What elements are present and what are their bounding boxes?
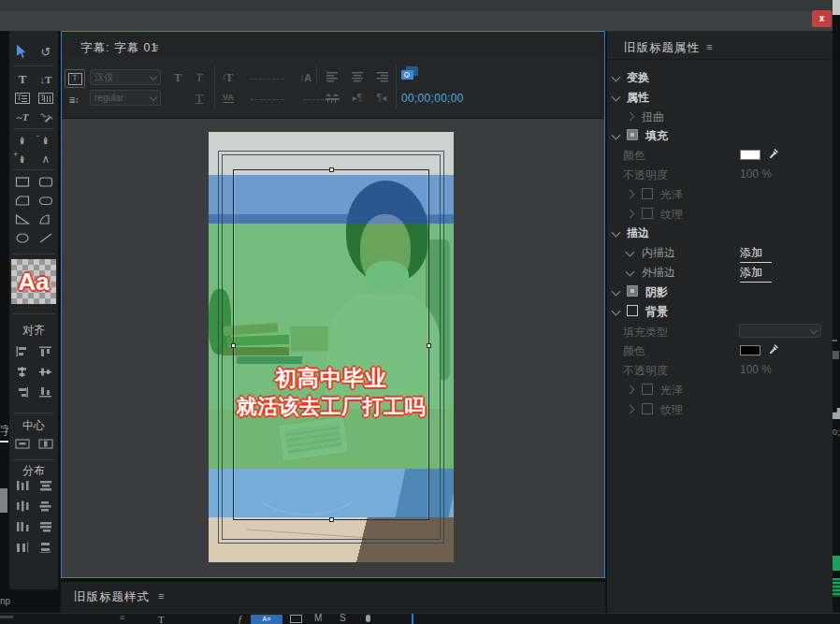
strip-mic-icon[interactable] xyxy=(366,615,370,622)
background-color-swatch[interactable] xyxy=(740,345,760,356)
center-vertical[interactable] xyxy=(35,435,57,452)
prop-row-properties[interactable]: 属性 xyxy=(607,88,833,106)
bg-sheen-checkbox[interactable] xyxy=(642,384,653,395)
prop-row-fill[interactable]: 填充 xyxy=(607,126,833,144)
selection-handle[interactable] xyxy=(427,343,431,348)
timecode-display[interactable]: 00;00;00;00 xyxy=(401,92,464,105)
align-center-button[interactable] xyxy=(348,69,367,84)
styles-panel-menu-icon[interactable]: ≡ xyxy=(158,590,164,602)
font-style-select[interactable]: regular xyxy=(90,90,161,106)
distribute-horizontal-right[interactable] xyxy=(11,518,34,535)
strip-caption-button[interactable]: A≡ xyxy=(251,615,282,624)
distribute-horizontal-even[interactable] xyxy=(11,539,34,556)
font-family-select[interactable]: 汉仪 xyxy=(90,69,161,85)
type-tool[interactable]: T xyxy=(11,71,34,88)
kerning-value[interactable]: -------- xyxy=(242,90,293,106)
style-preview-swatch[interactable]: Aa xyxy=(11,259,56,304)
fill-checkbox[interactable] xyxy=(627,129,638,140)
prop-row-fill-opacity: 不透明度100 % xyxy=(607,166,833,183)
prop-row-bg-sheen[interactable]: 光泽 xyxy=(607,381,833,399)
prop-row-fill-sheen[interactable]: 光泽 xyxy=(607,185,833,203)
pen-tool[interactable]: ✒ xyxy=(11,132,34,149)
selection-handle[interactable] xyxy=(329,517,334,522)
selection-tool[interactable] xyxy=(11,43,34,60)
align-horizontal-center[interactable] xyxy=(11,363,34,380)
eyedropper-icon[interactable] xyxy=(768,342,780,355)
new-title-button[interactable]: T xyxy=(65,69,85,88)
align-vertical-bottom[interactable] xyxy=(35,384,57,400)
show-background-video-button[interactable] xyxy=(401,66,420,82)
rotation-tool[interactable]: ↺ xyxy=(35,43,57,60)
distribute-vertical-top[interactable] xyxy=(35,477,57,494)
font-size-value[interactable]: -------- xyxy=(242,69,293,85)
distribute-vertical-even[interactable] xyxy=(35,539,57,556)
round-rectangle-tool[interactable] xyxy=(35,192,57,209)
add-outer-stroke-link[interactable]: 添加 xyxy=(740,265,772,283)
fill-opacity-value[interactable]: 100 % xyxy=(740,167,772,181)
add-anchor-tool[interactable]: +✒ xyxy=(11,151,34,167)
vertical-type-tool[interactable]: ↓T xyxy=(35,71,57,88)
align-right-button[interactable] xyxy=(372,69,391,84)
delete-anchor-tool[interactable]: -✒ xyxy=(35,132,57,149)
wedge-tool[interactable] xyxy=(11,210,34,227)
fill-type-select[interactable] xyxy=(739,324,821,338)
subtitle-text[interactable]: 初高中毕业 就活该去工厂打工吗 xyxy=(233,364,429,421)
distribute-vertical-bottom[interactable] xyxy=(35,518,57,535)
align-horizontal-left[interactable] xyxy=(11,342,34,359)
titler-panel-menu-icon[interactable]: ≡ xyxy=(152,41,158,52)
sheen-checkbox[interactable] xyxy=(642,188,653,199)
text-selection-box[interactable] xyxy=(233,169,429,520)
align-vertical-top[interactable] xyxy=(35,342,57,359)
convert-anchor-tool[interactable]: ∧ xyxy=(35,151,57,167)
prop-row-strokes[interactable]: 描边 xyxy=(607,224,833,241)
align-left-button[interactable] xyxy=(324,69,342,84)
vertical-area-type-tool[interactable]: T xyxy=(35,90,57,107)
dialog-titlebar[interactable] xyxy=(0,0,833,31)
rounded-rectangle-tool[interactable] xyxy=(35,173,57,190)
bold-button[interactable]: T xyxy=(169,69,186,85)
add-inner-stroke-link[interactable]: 添加 xyxy=(740,245,772,263)
center-horizontal[interactable] xyxy=(11,435,34,452)
strip-solo-button[interactable]: S xyxy=(340,613,346,623)
close-button[interactable]: x xyxy=(812,10,832,27)
roll-crawl-button[interactable]: ≣↕ xyxy=(65,92,83,109)
prop-row-distort[interactable]: 扭曲 xyxy=(607,108,833,125)
prop-row-bg-texture[interactable]: 纹理 xyxy=(607,400,833,418)
titler-canvas[interactable]: 初高中毕业 就活该去工厂打工吗 xyxy=(62,119,604,577)
distribute-horizontal-center[interactable] xyxy=(11,498,34,515)
paragraph-rtl-button[interactable]: ¶◂ xyxy=(372,90,391,105)
properties-panel-menu-icon[interactable]: ≡ xyxy=(706,41,712,52)
prop-row-background[interactable]: 背景 xyxy=(607,302,833,320)
selection-handle[interactable] xyxy=(231,343,236,348)
area-type-tool[interactable]: T xyxy=(11,90,34,107)
distribute-vertical-center[interactable] xyxy=(35,498,57,515)
rectangle-tool[interactable] xyxy=(11,173,34,190)
shadow-checkbox[interactable] xyxy=(627,285,638,297)
align-vertical-center[interactable] xyxy=(35,363,57,380)
paragraph-ltr-button[interactable]: ▸¶ xyxy=(348,90,367,105)
tab-stops-button[interactable] xyxy=(324,90,342,105)
bg-opacity-value[interactable]: 100 % xyxy=(740,363,772,376)
arc-tool[interactable] xyxy=(35,210,57,227)
selection-handle[interactable] xyxy=(329,167,334,172)
background-checkbox[interactable] xyxy=(627,305,638,316)
align-horizontal-right[interactable] xyxy=(11,384,34,400)
ellipse-tool[interactable] xyxy=(11,229,34,246)
prop-row-shadow[interactable]: 阴影 xyxy=(607,283,833,300)
bg-texture-checkbox[interactable] xyxy=(642,403,653,414)
clipped-corner-rectangle-tool[interactable] xyxy=(11,192,34,209)
line-tool[interactable] xyxy=(35,229,57,246)
underline-button[interactable]: T xyxy=(191,90,208,106)
prop-row-fill-texture[interactable]: 纹理 xyxy=(607,205,833,223)
texture-checkbox[interactable] xyxy=(642,208,653,219)
strip-mute-button[interactable]: M xyxy=(314,613,322,623)
eyedropper-icon[interactable] xyxy=(768,147,780,159)
distribute-horizontal-left[interactable] xyxy=(11,477,34,494)
fill-color-swatch[interactable] xyxy=(740,150,760,160)
path-type-tool[interactable]: ~T xyxy=(11,109,34,125)
prop-row-outer-strokes[interactable]: 外描边添加 xyxy=(607,263,833,281)
prop-row-transform[interactable]: 变换 xyxy=(607,68,833,86)
vertical-path-type-tool[interactable]: ~T xyxy=(32,104,60,131)
italic-button[interactable]: T xyxy=(191,69,208,85)
prop-row-inner-strokes[interactable]: 内描边添加 xyxy=(607,243,833,261)
